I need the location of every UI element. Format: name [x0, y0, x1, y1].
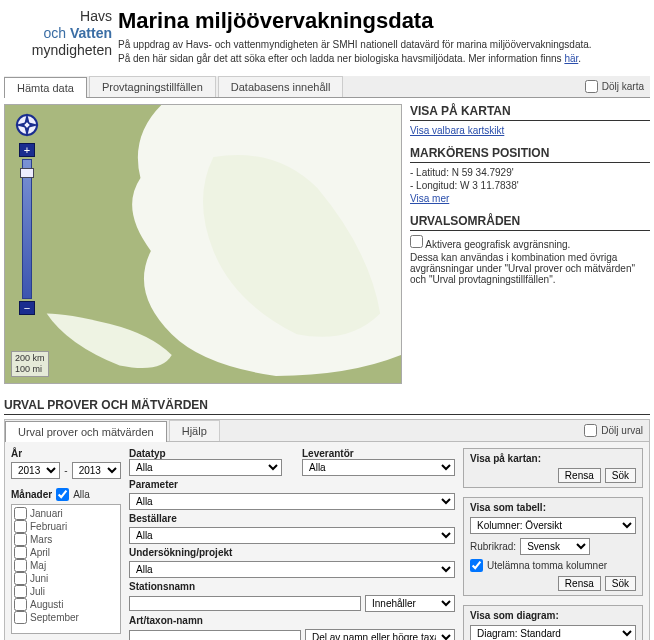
show-diagram-heading: Visa som diagram: — [470, 610, 559, 621]
months-all-label: Alla — [73, 489, 90, 500]
header-lang-select[interactable]: Svensk — [520, 538, 590, 555]
supplier-label: Leverantör — [302, 448, 354, 459]
geo-filter-desc: Dessa kan användas i kombination med övr… — [410, 252, 650, 285]
page-title: Marina miljöövervakningsdata — [118, 8, 644, 34]
month-checkbox[interactable] — [14, 598, 27, 611]
month-option[interactable]: Mars — [14, 533, 118, 546]
parameter-label: Parameter — [129, 479, 455, 490]
month-option[interactable]: April — [14, 546, 118, 559]
zoom-out-button[interactable]: − — [19, 301, 35, 315]
show-table-heading: Visa som tabell: — [470, 502, 546, 513]
header-row-label: Rubrikrad: — [470, 541, 516, 552]
month-option[interactable]: Februari — [14, 520, 118, 533]
taxon-label: Art/taxon-namn — [129, 615, 455, 626]
show-layers-link[interactable]: Visa valbara kartskikt — [410, 125, 504, 136]
hide-map-label: Dölj karta — [602, 81, 644, 92]
map-graphic — [5, 105, 401, 384]
station-label: Stationsnamn — [129, 581, 455, 592]
hide-map-checkbox[interactable] — [585, 80, 598, 93]
zoom-thumb[interactable] — [20, 168, 34, 178]
month-option[interactable]: Juni — [14, 572, 118, 585]
show-on-map-heading: VISA PÅ KARTAN — [410, 104, 650, 121]
main-tabs: Hämta data Provtagningstillfällen Databa… — [4, 76, 650, 98]
latitude-value: - Latitud: N 59 34.7929' — [410, 167, 650, 178]
month-option[interactable]: Januari — [14, 507, 118, 520]
months-list[interactable]: Januari Februari Mars April Maj Juni Jul… — [11, 504, 121, 634]
station-input[interactable] — [129, 596, 361, 611]
project-select[interactable]: Alla — [129, 561, 455, 578]
longitude-value: - Longitud: W 3 11.7838' — [410, 180, 650, 191]
zoom-control: + − — [19, 143, 35, 315]
filter-tab-help[interactable]: Hjälp — [169, 420, 220, 441]
tab-sampling[interactable]: Provtagningstillfällen — [89, 76, 216, 97]
columns-select[interactable]: Kolumner: Översikt — [470, 517, 636, 534]
intro-line-2: På den här sidan går det att söka efter … — [118, 52, 644, 66]
table-search-button[interactable]: Sök — [605, 576, 636, 591]
month-checkbox[interactable] — [14, 533, 27, 546]
hide-filter-checkbox[interactable] — [584, 424, 597, 437]
year-from-select[interactable]: 2013 — [11, 462, 60, 479]
month-option[interactable]: Juli — [14, 585, 118, 598]
table-clear-button[interactable]: Rensa — [558, 576, 601, 591]
year-to-select[interactable]: 2013 — [72, 462, 121, 479]
parameter-select[interactable]: Alla — [129, 493, 455, 510]
map-clear-button[interactable]: Rensa — [558, 468, 601, 483]
show-more-link[interactable]: Visa mer — [410, 193, 449, 204]
enable-geo-filter-checkbox[interactable] — [410, 235, 423, 248]
section-filter-heading: URVAL PROVER OCH MÄTVÄRDEN — [4, 398, 650, 415]
month-checkbox[interactable] — [14, 611, 27, 624]
omit-empty-checkbox[interactable] — [470, 559, 483, 572]
month-option[interactable]: Maj — [14, 559, 118, 572]
selection-areas-heading: URVALSOMRÅDEN — [410, 214, 650, 231]
taxon-match-select[interactable]: Del av namn eller högre taxa — [305, 629, 455, 640]
taxon-input[interactable] — [129, 630, 301, 640]
info-link[interactable]: här — [564, 53, 578, 64]
datatype-label: Datatyp — [129, 448, 166, 459]
month-checkbox[interactable] — [14, 546, 27, 559]
diagram-select[interactable]: Diagram: Standard — [470, 625, 636, 640]
supplier-select[interactable]: Alla — [302, 459, 455, 476]
zoom-in-button[interactable]: + — [19, 143, 35, 157]
filter-tab-main[interactable]: Urval prover och mätvärden — [5, 421, 167, 442]
months-label: Månader — [11, 489, 52, 500]
year-label: År — [11, 448, 121, 459]
hide-filter-label: Dölj urval — [601, 425, 643, 436]
enable-geo-filter-label: Aktivera geografisk avgränsning. — [425, 239, 570, 250]
zoom-slider[interactable] — [22, 159, 32, 299]
orderer-label: Beställare — [129, 513, 455, 524]
map[interactable]: + − 200 km 100 mi — [4, 104, 402, 384]
month-option[interactable]: Augusti — [14, 598, 118, 611]
orderer-select[interactable]: Alla — [129, 527, 455, 544]
project-label: Undersökning/projekt — [129, 547, 455, 558]
station-match-select[interactable]: Innehåller — [365, 595, 455, 612]
omit-empty-label: Utelämna tomma kolumner — [487, 560, 607, 571]
tab-db-content[interactable]: Databasens innehåll — [218, 76, 344, 97]
marker-position-heading: MARKÖRENS POSITION — [410, 146, 650, 163]
agency-logo: Havs och Vatten myndigheten — [10, 8, 118, 66]
month-checkbox[interactable] — [14, 559, 27, 572]
months-all-checkbox[interactable] — [56, 488, 69, 501]
compass-icon[interactable] — [13, 111, 41, 139]
month-checkbox[interactable] — [14, 572, 27, 585]
month-checkbox[interactable] — [14, 585, 27, 598]
show-map-heading: Visa på kartan: — [470, 453, 541, 464]
tab-fetch-data[interactable]: Hämta data — [4, 77, 87, 98]
month-checkbox[interactable] — [14, 507, 27, 520]
datatype-select[interactable]: Alla — [129, 459, 282, 476]
map-search-button[interactable]: Sök — [605, 468, 636, 483]
month-option[interactable]: September — [14, 611, 118, 624]
map-scale: 200 km 100 mi — [11, 351, 49, 377]
intro-line-1: På uppdrag av Havs- och vattenmyndighete… — [118, 38, 644, 52]
month-checkbox[interactable] — [14, 520, 27, 533]
